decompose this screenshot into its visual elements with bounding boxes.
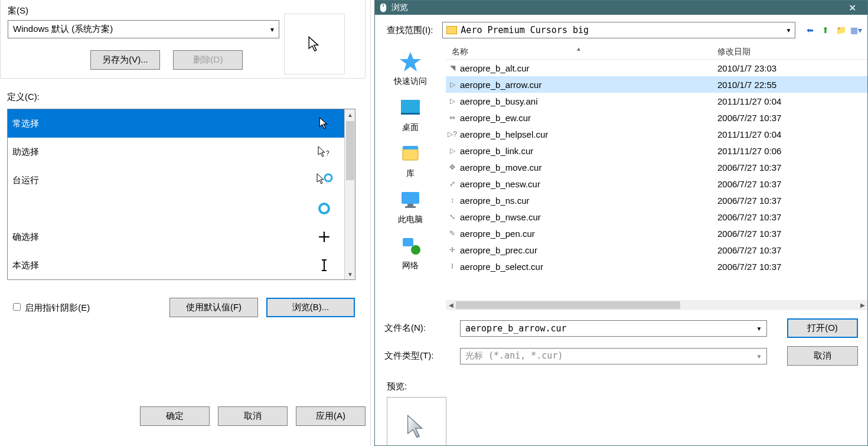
column-date[interactable]: 修改日期 — [717, 47, 750, 57]
list-header[interactable]: 名称 ▲ 修改日期 — [446, 44, 867, 60]
chevron-down-icon: ▾ — [786, 25, 791, 35]
cursor-icon — [315, 114, 334, 133]
file-row[interactable]: Iaeropre_b_select.cur2006/7/27 10:37 — [446, 258, 867, 275]
cursor-label: 本选择 — [12, 260, 315, 271]
file-row[interactable]: ✛aeropre_b_prec.cur2006/7/27 10:37 — [446, 242, 867, 258]
scroll-left-icon[interactable]: ◀ — [446, 300, 456, 310]
sort-indicator-icon: ▲ — [576, 45, 582, 52]
cursor-list[interactable]: 常选择助选择?台运行确选择本选择 ▲ ▼ — [7, 109, 355, 280]
cursor-icon — [315, 256, 334, 275]
places-item-pc[interactable]: 此电脑 — [375, 187, 446, 225]
file-icon: ▷ — [446, 80, 459, 89]
file-icon: ◥ — [446, 64, 459, 72]
file-row[interactable]: ▷aeropre_b_link.cur2011/11/27 0:06 — [446, 142, 867, 159]
places-item-desktop[interactable]: 桌面 — [375, 95, 446, 133]
close-button[interactable]: ✕ — [840, 1, 864, 15]
file-icon: ▷ — [446, 97, 459, 105]
scroll-up-icon[interactable]: ▲ — [345, 109, 355, 120]
cursor-icon — [315, 171, 334, 190]
svg-point-2 — [319, 204, 329, 213]
delete-button[interactable]: 删除(D) — [173, 50, 243, 70]
ok-button[interactable]: 确定 — [140, 406, 210, 426]
svg-text:?: ? — [326, 150, 329, 157]
scheme-combo[interactable]: Windows 默认 (系统方案) ▾ — [8, 20, 279, 38]
browse-button[interactable]: 浏览(B)... — [266, 298, 355, 317]
file-icon: ✥ — [446, 163, 459, 171]
cursor-list-item[interactable]: 常选择 — [8, 109, 344, 138]
pc-icon — [398, 187, 423, 212]
cursor-label: 台运行 — [12, 175, 315, 186]
filetype-combo[interactable]: 光标 (*.ani, *.cur) ▾ — [460, 348, 767, 364]
file-row[interactable]: ✎aeropre_b_pen.cur2006/7/27 10:37 — [446, 225, 867, 242]
column-name[interactable]: 名称 — [446, 47, 717, 57]
file-row[interactable]: ▷aeropre_b_arrow.cur2010/1/7 22:55 — [446, 76, 867, 93]
places-item-network[interactable]: 网络 — [375, 233, 446, 271]
file-icon: ⤢ — [446, 180, 459, 188]
scrollbar[interactable]: ▲ ▼ — [344, 109, 355, 279]
scroll-thumb[interactable] — [346, 121, 354, 180]
scheme-combo-value: Windows 默认 (系统方案) — [13, 24, 113, 35]
file-row[interactable]: ⤡aeropre_b_nwse.cur2006/7/27 10:37 — [446, 209, 867, 225]
file-date: 2006/7/27 10:37 — [717, 179, 781, 189]
view-menu-icon[interactable]: ▦▾ — [851, 25, 862, 35]
cursor-list-item[interactable]: 助选择? — [8, 138, 344, 166]
svg-marker-10 — [400, 52, 421, 71]
cancel-button[interactable]: 取消 — [218, 406, 288, 426]
horizontal-scrollbar[interactable]: ◀ ▶ — [446, 300, 867, 310]
file-row[interactable]: ▷aeropre_b_busy.ani2011/11/27 0:04 — [446, 93, 867, 109]
back-icon[interactable]: ⬅ — [805, 25, 815, 35]
dialog-title: 浏览 — [391, 2, 408, 13]
file-row[interactable]: ⇔aeropre_b_ew.cur2006/7/27 10:37 — [446, 109, 867, 126]
file-row[interactable]: ⤢aeropre_b_nesw.cur2006/7/27 10:37 — [446, 175, 867, 192]
cursor-label: 确选择 — [12, 232, 315, 243]
scroll-down-icon[interactable]: ▼ — [345, 269, 355, 279]
cursor-list-item[interactable]: 台运行 — [8, 166, 344, 194]
cursor-list-item[interactable]: 确选择 — [8, 223, 344, 251]
file-icon: I — [446, 262, 459, 271]
file-date: 2006/7/27 10:37 — [717, 196, 781, 206]
use-default-button[interactable]: 使用默认值(F) — [169, 298, 258, 317]
cursor-preview — [284, 14, 345, 74]
cursor-list-item[interactable] — [8, 194, 344, 223]
file-name: aeropre_b_helpsel.cur — [459, 129, 717, 139]
cancel-file-button[interactable]: 取消 — [787, 346, 858, 366]
svg-point-1 — [325, 174, 332, 181]
file-row[interactable]: ↕aeropre_b_ns.cur2006/7/27 10:37 — [446, 192, 867, 209]
places-item-star[interactable]: 快速访问 — [375, 49, 446, 87]
new-folder-icon[interactable]: 📁 — [836, 25, 846, 35]
cursor-icon: ? — [315, 142, 334, 161]
file-icon: ▷ — [446, 147, 459, 155]
place-label: 库 — [406, 168, 415, 179]
place-label: 桌面 — [402, 122, 419, 133]
shadow-checkbox[interactable] — [13, 303, 21, 311]
cursor-icon — [315, 199, 334, 218]
save-as-button[interactable]: 另存为(V)... — [90, 50, 160, 70]
cursor-label: 助选择 — [12, 147, 315, 158]
dialog-buttons: 确定 取消 应用(A) — [140, 406, 366, 426]
cursor-list-item[interactable]: 本选择 — [8, 251, 344, 279]
file-name: aeropre_b_link.cur — [459, 146, 717, 156]
scroll-right-icon[interactable]: ▶ — [857, 300, 867, 310]
preview-box — [387, 397, 446, 446]
apply-button[interactable]: 应用(A) — [296, 406, 366, 426]
places-item-library[interactable]: 库 — [375, 141, 446, 179]
places-bar: 快速访问桌面库此电脑网络 — [375, 44, 446, 310]
svg-rect-17 — [405, 206, 416, 208]
lookin-combo[interactable]: Aero Premium Cursors big ▾ — [442, 22, 795, 38]
file-row[interactable]: ✥aeropre_b_move.cur2006/7/27 10:37 — [446, 159, 867, 175]
filename-combo[interactable]: aeropre_b_arrow.cur ▾ — [460, 320, 767, 337]
titlebar[interactable]: 浏览 ✕ — [375, 1, 867, 15]
file-row[interactable]: ◥aeropre_b_alt.cur2010/1/7 23:03 — [446, 60, 867, 76]
open-button[interactable]: 打开(O) — [787, 318, 858, 338]
shadow-checkbox-label[interactable]: 启用指针阴影(E) — [11, 301, 90, 314]
file-name: aeropre_b_busy.ani — [459, 96, 717, 106]
file-icon: ⇔ — [446, 113, 459, 122]
file-name: aeropre_b_arrow.cur — [459, 80, 717, 90]
hscroll-thumb[interactable] — [456, 301, 680, 309]
file-row[interactable]: ▷?aeropre_b_helpsel.cur2011/11/27 0:04 — [446, 126, 867, 142]
lookin-row: 查找范围(I): Aero Premium Cursors big ▾ ⬅ ⬆ … — [375, 15, 867, 44]
svg-point-19 — [411, 245, 420, 255]
file-fields: 文件名(N): aeropre_b_arrow.cur ▾ 打开(O) 文件类型… — [375, 310, 867, 366]
svg-rect-18 — [403, 238, 413, 246]
up-icon[interactable]: ⬆ — [820, 25, 831, 35]
